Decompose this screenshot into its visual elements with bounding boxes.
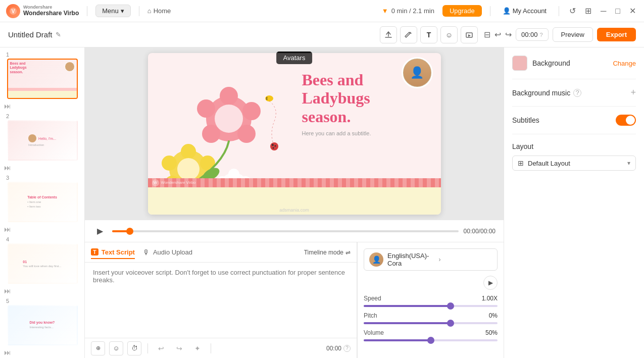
slide-skip-2[interactable]: ⏭ bbox=[4, 164, 80, 172]
redo-icon[interactable]: ↪ bbox=[505, 30, 512, 39]
svg-point-11 bbox=[181, 144, 196, 159]
canvas-area: Avatars bbox=[85, 47, 504, 358]
top-navigation: V Wondershare Wondershare Virbo Menu ▾ ⌂… bbox=[0, 0, 644, 22]
close-icon[interactable]: ✕ bbox=[627, 5, 638, 17]
slide-skip-3[interactable]: ⏭ bbox=[4, 225, 80, 233]
main-canvas[interactable]: Bees and Ladybugs season. Here you can a… bbox=[148, 53, 441, 215]
change-background-button[interactable]: Change bbox=[613, 60, 636, 67]
account-button[interactable]: 👤 My Account bbox=[499, 5, 551, 17]
watermark-logo-icon: W bbox=[152, 179, 159, 186]
volume-thumb[interactable] bbox=[427, 337, 434, 344]
slide-skip-1[interactable]: ⏭ bbox=[4, 102, 80, 110]
slide-pink-bar: W Wondershare Virbo bbox=[148, 178, 441, 187]
timeline-mode-toggle[interactable]: Timeline mode ⇌ bbox=[304, 249, 351, 256]
slide-thumbnail-5[interactable]: Did you know? Interesting facts... bbox=[7, 305, 78, 345]
speed-slider[interactable] bbox=[364, 305, 498, 307]
edit-btn[interactable] bbox=[400, 26, 417, 43]
voice-play-button[interactable]: ▶ bbox=[483, 276, 498, 290]
pitch-slider[interactable] bbox=[364, 322, 498, 324]
redo-script-btn[interactable]: ↪ bbox=[172, 341, 186, 355]
slide-number-3: 3 bbox=[6, 175, 9, 181]
subtitles-toggle[interactable] bbox=[616, 115, 636, 126]
divider-3 bbox=[512, 134, 636, 134]
tab-audio-upload[interactable]: 🎙 Audio Upload bbox=[143, 246, 192, 259]
svg-point-29 bbox=[267, 96, 271, 101]
edit-title-icon[interactable]: ✎ bbox=[56, 31, 61, 38]
slide-item-4[interactable]: 4 01 You will love when day first... bbox=[4, 236, 80, 284]
undo-script-btn[interactable]: ↩ bbox=[154, 341, 168, 355]
svg-point-15 bbox=[162, 156, 177, 171]
slide-number-4: 4 bbox=[6, 236, 9, 242]
slide-skip-4[interactable]: ⏭ bbox=[4, 287, 80, 295]
home-icon: ⌂ bbox=[147, 7, 152, 15]
undo-icon[interactable]: ↩ bbox=[494, 30, 501, 39]
script-body bbox=[85, 263, 357, 338]
text-script-icon: T bbox=[91, 248, 98, 255]
slide-thumbnail-2[interactable]: Hello, I'm... Introduction bbox=[7, 120, 78, 161]
tab-text-script[interactable]: T Text Script bbox=[91, 246, 135, 259]
main-content: 1 Bees andLadybugsseason. ⏭ 2 Hello, I'm… bbox=[0, 47, 644, 358]
slide-yellow-bar: adsmania.com bbox=[148, 187, 441, 215]
svg-text:V: V bbox=[12, 9, 15, 14]
time-help-icon[interactable]: ? bbox=[539, 32, 542, 38]
speed-thumb[interactable] bbox=[447, 302, 454, 310]
time-warning-icon: ▼ bbox=[382, 7, 388, 15]
nav-divider-1 bbox=[87, 6, 87, 16]
voice-chevron-icon: › bbox=[439, 256, 441, 263]
slide-number-5: 5 bbox=[6, 298, 9, 304]
play-button[interactable]: ▶ bbox=[93, 224, 107, 238]
background-color-swatch[interactable] bbox=[512, 56, 527, 71]
slide-item-5[interactable]: 5 Did you know? Interesting facts... bbox=[4, 298, 80, 345]
slide-thumbnail-1[interactable]: Bees andLadybugsseason. bbox=[7, 59, 78, 99]
draft-title-area: Untitled Draft ✎ bbox=[8, 30, 61, 39]
slide-item-1[interactable]: 1 Bees andLadybugsseason. bbox=[4, 52, 80, 99]
menu-button[interactable]: Menu ▾ bbox=[95, 5, 131, 17]
slide-skip-5[interactable]: ⏭ bbox=[4, 348, 80, 356]
script-toolbar: ⊕ ☺ ⏱ ↩ ↪ ✦ 00:00 ? bbox=[85, 338, 357, 358]
preview-button[interactable]: Preview bbox=[553, 27, 593, 42]
upgrade-button[interactable]: Upgrade bbox=[442, 5, 482, 17]
slide-subtitle-text: Here you can add a subtitle. bbox=[302, 130, 428, 136]
bg-music-label: Background music bbox=[512, 89, 570, 97]
media-btn[interactable] bbox=[461, 26, 478, 43]
slide-item-2[interactable]: 2 Hello, I'm... Introduction bbox=[4, 113, 80, 161]
script-textarea[interactable] bbox=[93, 269, 349, 332]
avatar-btn[interactable]: ☺ bbox=[440, 26, 458, 43]
avatar-circle[interactable]: 👤 bbox=[402, 57, 433, 88]
progress-thumb[interactable] bbox=[126, 228, 133, 235]
upload-btn[interactable] bbox=[380, 26, 397, 43]
insert-text-btn[interactable]: ⊕ bbox=[91, 341, 105, 355]
home-button[interactable]: ⌂ Home bbox=[147, 7, 171, 15]
export-button[interactable]: Export bbox=[597, 28, 636, 41]
svg-point-5 bbox=[242, 102, 261, 120]
slide-thumbnail-4[interactable]: 01 You will love when day first... bbox=[7, 243, 78, 284]
format-btn[interactable]: ☺ bbox=[109, 341, 123, 355]
subtitles-label: Subtitles bbox=[512, 116, 539, 124]
minimize-icon[interactable]: ─ bbox=[599, 6, 608, 17]
volume-value: 50% bbox=[485, 329, 498, 336]
progress-track[interactable] bbox=[112, 230, 459, 232]
text-btn[interactable]: T bbox=[420, 26, 437, 43]
voice-play-area: ▶ bbox=[364, 276, 498, 290]
volume-slider[interactable] bbox=[364, 339, 498, 341]
slide-item-3[interactable]: 3 Table of Contents • Item one• Item two bbox=[4, 175, 80, 222]
bg-music-info-icon[interactable]: ? bbox=[573, 89, 581, 97]
voice-selector[interactable]: 👤 English(USA)-Cora › bbox=[364, 248, 498, 271]
script-time-code: 00:00 bbox=[326, 345, 341, 352]
layout-select[interactable]: ⊞ Default Layout ▾ bbox=[512, 156, 636, 171]
logo-product: Wondershare Virbo bbox=[23, 10, 79, 17]
timer-btn[interactable]: ⏱ bbox=[127, 341, 141, 355]
audio-upload-icon: 🎙 bbox=[143, 248, 150, 257]
ai-btn[interactable]: ✦ bbox=[190, 341, 205, 355]
history-icon[interactable]: ↺ bbox=[567, 5, 578, 17]
add-music-button[interactable]: + bbox=[630, 87, 636, 98]
pitch-thumb[interactable] bbox=[447, 320, 454, 327]
menu-chevron-icon: ▾ bbox=[121, 7, 124, 15]
sidebar-icon[interactable]: ⊟ bbox=[484, 30, 490, 39]
grid-icon[interactable]: ⊞ bbox=[583, 5, 593, 17]
maximize-icon[interactable]: □ bbox=[613, 6, 622, 17]
slide-thumbnail-3[interactable]: Table of Contents • Item one• Item two bbox=[7, 182, 78, 222]
secondary-toolbar: Untitled Draft ✎ T ☺ ⊟ ↩ ↪ 00:00 ? Previ… bbox=[0, 22, 644, 47]
speed-control: Speed 1.00X bbox=[364, 295, 498, 307]
script-time-help[interactable]: ? bbox=[343, 345, 351, 352]
